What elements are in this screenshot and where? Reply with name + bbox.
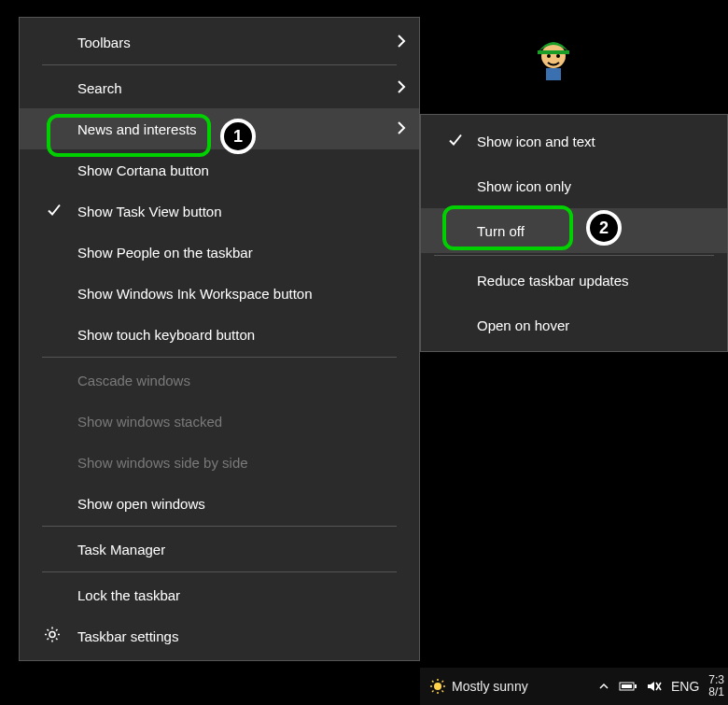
- check-icon: [46, 202, 63, 221]
- menu-item-label: Show icon and text: [477, 134, 595, 149]
- menu-item-label: Task Manager: [77, 542, 165, 557]
- menu-item-label: Lock the taskbar: [77, 587, 180, 603]
- svg-point-4: [556, 54, 560, 58]
- submenu-item-reduce-taskbar-updates[interactable]: Reduce taskbar updates: [421, 258, 727, 303]
- menu-item-search[interactable]: Search: [20, 67, 419, 108]
- volume-icon[interactable]: [647, 680, 662, 693]
- menu-separator: [42, 64, 397, 65]
- menu-item-cascade-windows: Cascade windows: [20, 360, 419, 401]
- svg-rect-25: [635, 684, 637, 688]
- news-and-interests-submenu: Show icon and text Show icon only Turn o…: [420, 114, 728, 352]
- menu-item-label: Show open windows: [77, 496, 205, 512]
- submenu-item-open-on-hover[interactable]: Open on hover: [421, 303, 727, 347]
- chevron-right-icon: [397, 79, 406, 97]
- taskbar: Mostly sunny ENG 7:3 8/1: [420, 668, 728, 705]
- svg-rect-2: [538, 50, 569, 54]
- menu-item-label: Taskbar settings: [77, 628, 178, 644]
- menu-separator: [42, 357, 397, 358]
- svg-point-15: [434, 683, 441, 690]
- weather-widget[interactable]: Mostly sunny: [429, 678, 528, 695]
- menu-item-toolbars[interactable]: Toolbars: [20, 21, 419, 63]
- svg-line-12: [56, 639, 58, 641]
- sun-icon: [429, 678, 446, 695]
- menu-item-lock-taskbar[interactable]: Lock the taskbar: [20, 574, 419, 615]
- chevron-right-icon: [397, 120, 406, 138]
- menu-item-label: Reduce taskbar updates: [477, 273, 629, 289]
- battery-icon[interactable]: [619, 681, 637, 692]
- menu-item-show-people[interactable]: Show People on the taskbar: [20, 232, 419, 273]
- menu-item-label: News and interests: [77, 121, 197, 137]
- menu-item-label: Show Windows Ink Workspace button: [77, 286, 313, 302]
- menu-item-show-windows-side-by-side: Show windows side by side: [20, 442, 419, 483]
- svg-point-6: [49, 632, 55, 638]
- menu-item-show-cortana-button[interactable]: Show Cortana button: [20, 149, 419, 190]
- menu-item-show-touch-keyboard[interactable]: Show touch keyboard button: [20, 314, 419, 355]
- menu-item-label: Show icon only: [477, 178, 571, 194]
- menu-separator: [42, 571, 397, 572]
- clock[interactable]: 7:3 8/1: [708, 674, 724, 698]
- menu-item-news-and-interests[interactable]: News and interests: [20, 108, 419, 149]
- svg-point-3: [547, 54, 551, 58]
- menu-item-label: Show windows side by side: [77, 455, 248, 471]
- menu-item-show-open-windows[interactable]: Show open windows: [20, 483, 419, 524]
- menu-item-label: Show Cortana button: [77, 162, 209, 178]
- menu-separator: [434, 255, 714, 256]
- svg-line-14: [48, 639, 49, 641]
- menu-item-taskbar-settings[interactable]: Taskbar settings: [20, 615, 419, 656]
- svg-rect-26: [622, 684, 632, 688]
- submenu-item-show-icon-and-text[interactable]: Show icon and text: [421, 119, 727, 163]
- menu-item-label: Cascade windows: [77, 373, 190, 388]
- language-indicator[interactable]: ENG: [671, 679, 699, 694]
- menu-item-task-manager[interactable]: Task Manager: [20, 529, 419, 570]
- menu-item-label: Show touch keyboard button: [77, 327, 255, 343]
- submenu-item-turn-off[interactable]: Turn off: [421, 208, 727, 253]
- weather-label: Mostly sunny: [452, 679, 528, 694]
- taskbar-context-menu: Toolbars Search News and interests Show …: [19, 17, 420, 661]
- menu-separator: [42, 526, 397, 527]
- menu-item-show-task-view-button[interactable]: Show Task View button: [20, 190, 419, 232]
- svg-line-11: [48, 629, 49, 631]
- svg-line-21: [442, 691, 444, 693]
- menu-item-label: Search: [77, 80, 122, 96]
- tray-chevron-icon[interactable]: [598, 681, 609, 692]
- menu-item-label: Show windows stacked: [77, 414, 222, 430]
- submenu-item-show-icon-only[interactable]: Show icon only: [421, 163, 727, 208]
- chevron-right-icon: [397, 34, 406, 51]
- svg-line-20: [432, 681, 434, 683]
- clock-date: 8/1: [708, 686, 724, 698]
- gear-icon: [44, 627, 61, 646]
- menu-item-show-ink-workspace[interactable]: Show Windows Ink Workspace button: [20, 273, 419, 314]
- user-avatar: [532, 37, 575, 80]
- svg-line-23: [432, 691, 434, 693]
- menu-item-label: Turn off: [477, 223, 525, 239]
- menu-item-label: Open on hover: [477, 317, 569, 333]
- menu-item-label: Toolbars: [77, 35, 131, 50]
- svg-line-13: [56, 629, 58, 631]
- menu-item-show-windows-stacked: Show windows stacked: [20, 401, 419, 442]
- menu-item-label: Show People on the taskbar: [77, 245, 253, 261]
- menu-item-label: Show Task View button: [77, 204, 222, 219]
- svg-rect-5: [546, 68, 561, 80]
- check-icon: [447, 132, 464, 151]
- svg-line-22: [442, 681, 444, 683]
